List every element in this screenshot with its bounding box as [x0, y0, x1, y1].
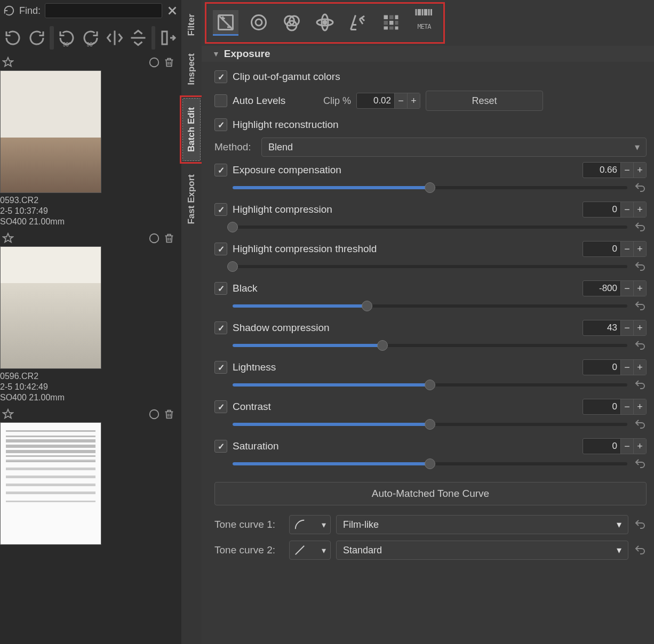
black-checkbox[interactable] [214, 282, 227, 295]
tone-curve-1-dropdown[interactable]: Film-like ▾ [336, 515, 628, 534]
hl-comp-checkbox[interactable] [214, 203, 227, 216]
undo-icon[interactable] [634, 544, 647, 557]
thumbnail-image[interactable] [0, 70, 101, 193]
undo-icon[interactable] [634, 418, 647, 431]
black-spinner[interactable]: −+ [583, 280, 647, 296]
trash-icon[interactable] [163, 232, 175, 244]
plus-button[interactable]: + [633, 439, 646, 454]
minus-button[interactable]: − [620, 163, 633, 178]
minus-button[interactable]: − [620, 320, 633, 335]
star-icon[interactable] [2, 57, 14, 68]
close-icon[interactable] [166, 5, 178, 17]
tab-meta-icon[interactable]: META [411, 10, 437, 36]
tone-curve-1-icon-dropdown[interactable]: ▾ [289, 515, 331, 534]
contrast-slider[interactable] [233, 423, 627, 426]
saturation-spinner[interactable]: −+ [583, 438, 647, 454]
tone-curve-2-icon-dropdown[interactable]: ▾ [289, 541, 331, 560]
clip-pct-input[interactable] [357, 95, 394, 106]
plus-button[interactable]: + [407, 93, 420, 108]
undo-icon[interactable] [634, 260, 647, 273]
plus-button[interactable]: + [633, 360, 646, 375]
refresh-icon[interactable] [3, 5, 15, 17]
color-label-icon[interactable] [148, 232, 160, 244]
color-label-icon[interactable] [148, 408, 160, 420]
undo-icon[interactable] [634, 339, 647, 352]
color-label-icon[interactable] [148, 57, 160, 68]
lightness-spinner[interactable]: −+ [583, 359, 647, 375]
minus-button[interactable]: − [620, 241, 633, 256]
minus-button[interactable]: − [620, 439, 633, 454]
clip-pct-spinner[interactable]: − + [356, 93, 420, 109]
plus-button[interactable]: + [633, 399, 646, 414]
rotate-cw-button[interactable] [26, 26, 48, 50]
tab-transform-icon[interactable] [345, 10, 371, 36]
thumbnail-item[interactable] [0, 408, 181, 545]
saturation-slider[interactable] [233, 462, 627, 465]
hl-comp-thr-checkbox[interactable] [214, 243, 227, 255]
minus-button[interactable]: − [620, 281, 633, 296]
undo-icon[interactable] [634, 181, 647, 194]
trash-icon[interactable] [163, 57, 175, 68]
contrast-checkbox[interactable] [214, 400, 227, 413]
lightness-slider[interactable] [233, 383, 627, 387]
auto-levels-checkbox[interactable] [214, 94, 227, 107]
hl-comp-slider[interactable] [233, 226, 627, 229]
tab-advanced-icon[interactable] [312, 10, 338, 36]
undo-icon[interactable] [634, 300, 647, 312]
straighten-button[interactable] [157, 26, 179, 50]
flip-v-button[interactable] [127, 26, 149, 50]
shadow-comp-slider[interactable] [233, 344, 627, 347]
tab-inspect[interactable]: Inspect [183, 45, 200, 94]
minus-button[interactable]: − [620, 399, 633, 414]
undo-icon[interactable] [634, 457, 647, 470]
thumbnail-image[interactable] [0, 246, 101, 369]
trash-icon[interactable] [163, 408, 175, 420]
black-slider[interactable] [233, 304, 627, 308]
auto-matched-tone-curve-button[interactable]: Auto-Matched Tone Curve [214, 482, 647, 505]
undo-icon[interactable] [634, 379, 647, 391]
rotate-ccw-button[interactable] [2, 26, 24, 50]
tab-color-icon[interactable] [279, 10, 305, 36]
hl-comp-spinner[interactable]: −+ [583, 202, 647, 218]
shadow-comp-spinner[interactable]: −+ [583, 320, 647, 336]
tab-detail-icon[interactable] [246, 10, 272, 36]
thumbnail-image[interactable] [0, 422, 101, 545]
exposure-comp-checkbox[interactable] [214, 164, 227, 176]
tone-curve-2-dropdown[interactable]: Standard ▾ [336, 541, 628, 560]
shadow-comp-checkbox[interactable] [214, 321, 227, 334]
hl-comp-thr-slider[interactable] [233, 265, 627, 268]
highlight-recon-checkbox[interactable] [214, 118, 227, 131]
minus-button[interactable]: − [394, 93, 407, 108]
reset-button[interactable]: Reset [426, 91, 543, 111]
hl-comp-thr-spinner[interactable]: −+ [583, 241, 647, 257]
tab-raw-icon[interactable] [378, 10, 404, 36]
collapse-icon[interactable]: ▼ [212, 50, 220, 58]
star-icon[interactable] [2, 232, 14, 244]
lightness-checkbox[interactable] [214, 361, 227, 374]
rotate-ccw-90-button[interactable]: 90° [56, 26, 78, 50]
saturation-checkbox[interactable] [214, 440, 227, 453]
plus-button[interactable]: + [633, 281, 646, 296]
tab-filter[interactable]: Filter [183, 5, 200, 45]
tab-exposure-icon[interactable] [213, 10, 238, 36]
exposure-comp-slider[interactable] [233, 186, 627, 189]
star-icon[interactable] [2, 408, 14, 420]
thumbnail-item[interactable]: 0596.CR2 2-5 10:42:49 SO400 21.00mm [0, 232, 181, 403]
plus-button[interactable]: + [633, 320, 646, 335]
minus-button[interactable]: − [620, 202, 633, 217]
section-header-exposure[interactable]: ▼ Exposure [202, 46, 654, 62]
clip-gamut-checkbox[interactable] [214, 70, 227, 83]
find-input[interactable] [45, 3, 162, 18]
plus-button[interactable]: + [633, 163, 646, 178]
flip-h-button[interactable] [103, 26, 125, 50]
plus-button[interactable]: + [633, 202, 646, 217]
method-dropdown[interactable]: Blend ▾ [261, 138, 647, 157]
tab-batch-edit[interactable]: Batch Edit [182, 98, 201, 161]
minus-button[interactable]: − [620, 360, 633, 375]
exposure-comp-spinner[interactable]: −+ [583, 162, 647, 178]
undo-icon[interactable] [634, 518, 647, 531]
tab-fast-export[interactable]: Fast Export [183, 166, 200, 233]
thumbnail-item[interactable]: 0593.CR2 2-5 10:37:49 SO400 21.00mm [0, 57, 181, 227]
contrast-spinner[interactable]: −+ [583, 399, 647, 415]
thumbnail-list[interactable]: 0593.CR2 2-5 10:37:49 SO400 21.00mm 0596… [0, 54, 181, 644]
